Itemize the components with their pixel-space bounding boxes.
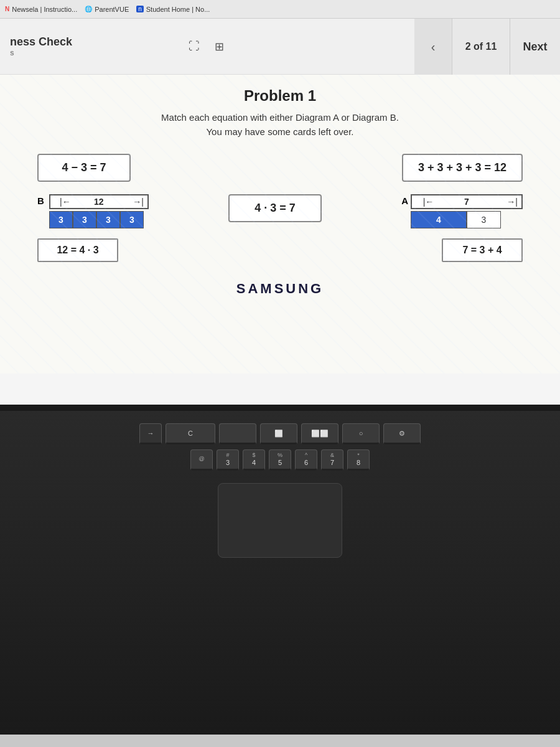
key-gear[interactable]: ⚙ [383, 423, 421, 444]
equation-card-1[interactable]: 4 − 3 = 7 [37, 154, 131, 182]
tab-parentvue-label: ParentVUE [95, 6, 129, 13]
key-percent[interactable]: % 5 [269, 449, 291, 471]
diagram-b-seg2: 3 [73, 211, 96, 228]
key-circle[interactable]: ○ [342, 423, 380, 444]
trackpad[interactable] [218, 483, 342, 558]
grid-icon[interactable]: ⊞ [212, 39, 226, 54]
diagram-a-segments: 4 3 [411, 211, 523, 228]
top-cards-row: 4 − 3 = 7 3 + 3 + 3 + 3 = 12 [25, 154, 535, 182]
tab-newsela[interactable]: N Newsela | Instructio... [5, 6, 77, 13]
parentvue-icon: 🌐 [85, 6, 92, 12]
trackpad-area [12, 483, 548, 558]
diagram-b-seg1: 3 [49, 211, 73, 228]
bottom-row: 12 = 4 · 3 7 = 3 + 4 [25, 238, 535, 262]
n-icon: n [136, 6, 144, 12]
instructions-line1: Match each equation with either Diagram … [161, 112, 399, 123]
key-ampersand[interactable]: & 7 [321, 449, 343, 471]
page-title: ness Check [10, 35, 72, 49]
page-indicator: 2 of 11 [452, 19, 510, 75]
diagram-b-seg3: 3 [96, 211, 120, 228]
diagram-a-seg-blue: 4 [411, 211, 467, 228]
problem-area: Problem 1 Match each equation with eithe… [0, 75, 560, 374]
toolbar-icons: ⛶ ⊞ [187, 39, 226, 54]
instructions-line2: You may have some cards left over. [206, 126, 353, 137]
keyboard-row-2: @ # 3 $ 4 % 5 ^ 6 & 7 * [12, 449, 548, 471]
keyboard-row-1: → C ⬜ ⬜⬜ ○ ⚙ [12, 423, 548, 444]
tab-student-label: Student Home | No... [146, 6, 210, 13]
diagram-a-seg-white: 3 [467, 211, 501, 228]
main-content: ness Check s ⛶ ⊞ ‹ 2 of 11 Next Problem … [0, 19, 560, 405]
diagram-b-total: 12 [77, 197, 121, 207]
diagram-b-segments: 3 3 3 3 [49, 211, 149, 228]
key-double-square[interactable]: ⬜⬜ [301, 423, 338, 444]
key-asterisk[interactable]: * 8 [347, 449, 370, 471]
diagram-b-label: B [37, 194, 44, 206]
diagram-b: B |← 12 →| 3 3 3 3 [37, 194, 149, 228]
key-square[interactable]: ⬜ [260, 423, 297, 444]
problem-title: Problem 1 [25, 87, 535, 105]
newsela-icon: N [5, 6, 9, 12]
tab-student-home[interactable]: n Student Home | No... [136, 6, 210, 13]
keyboard-area: → C ⬜ ⬜⬜ ○ ⚙ @ # 3 $ 4 % 5 [0, 411, 560, 735]
toolbar-nav: ‹ 2 of 11 Next [414, 19, 560, 75]
tab-newsela-label: Newsela | Instructio... [12, 6, 77, 13]
key-c[interactable]: C [166, 423, 215, 444]
browser-bar: N Newsela | Instructio... 🌐 ParentVUE n … [0, 0, 560, 19]
toolbar: ness Check s ⛶ ⊞ ‹ 2 of 11 Next [0, 19, 560, 75]
key-empty1[interactable] [219, 423, 256, 444]
samsung-label: SAMSUNG [25, 281, 535, 297]
equation-card-5[interactable]: 12 = 4 · 3 [37, 238, 118, 262]
equation-card-4[interactable]: 7 = 3 + 4 [442, 238, 523, 262]
tab-parentvue[interactable]: 🌐 ParentVUE [85, 6, 129, 13]
diagram-a-label: A [401, 194, 408, 206]
diagram-a-total: 7 [441, 197, 492, 207]
middle-row: B |← 12 →| 3 3 3 3 [25, 194, 535, 228]
key-arrow-right[interactable]: → [139, 423, 162, 444]
diagram-b-seg4: 3 [120, 211, 144, 228]
next-button[interactable]: Next [510, 19, 560, 75]
equation-card-3[interactable]: 4 · 3 = 7 [228, 194, 322, 222]
problem-instructions: Match each equation with either Diagram … [25, 111, 535, 139]
equation-card-2[interactable]: 3 + 3 + 3 + 3 = 12 [402, 154, 523, 182]
key-hash[interactable]: # 3 [217, 449, 239, 471]
middle-center: 4 · 3 = 7 [228, 194, 322, 222]
expand-icon[interactable]: ⛶ [187, 39, 202, 54]
page-subtitle: s [10, 49, 72, 57]
diagram-a: A |← 7 →| 4 3 [401, 194, 523, 228]
laptop-body: → C ⬜ ⬜⬜ ○ ⚙ @ # 3 $ 4 % 5 [0, 405, 560, 735]
toolbar-title-area: ness Check s [10, 35, 72, 57]
key-dollar[interactable]: $ 4 [243, 449, 265, 471]
key-caret[interactable]: ^ 6 [295, 449, 317, 471]
key-at[interactable]: @ [190, 449, 213, 471]
prev-button[interactable]: ‹ [414, 19, 452, 75]
